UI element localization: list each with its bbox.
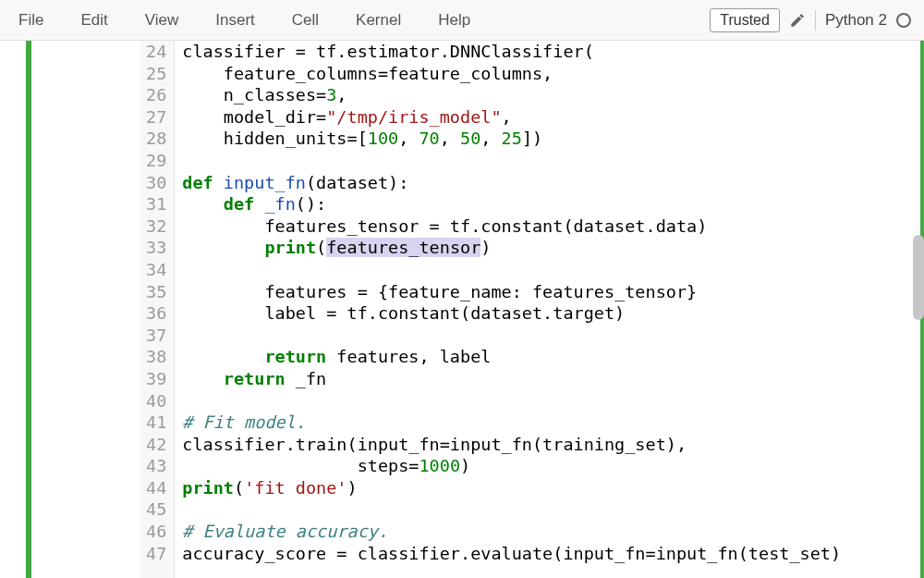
line-number: 27 [146, 106, 166, 129]
code-line[interactable]: print(features_tensor) [182, 237, 920, 259]
code-line[interactable]: return features, label [182, 346, 920, 368]
line-number: 28 [146, 128, 166, 150]
kernel-status-icon[interactable] [896, 13, 911, 28]
code-line[interactable]: accuracy_score = classifier.evaluate(inp… [182, 543, 920, 565]
code-line[interactable]: classifier = tf.estimator.DNNClassifier( [182, 41, 920, 63]
line-number: 31 [146, 193, 166, 215]
menu-items: File Edit View Insert Cell Kernel Help [7, 2, 489, 39]
code-content[interactable]: classifier = tf.estimator.DNNClassifier(… [175, 41, 920, 578]
line-number: 33 [146, 237, 166, 259]
menu-kernel[interactable]: Kernel [337, 2, 419, 39]
code-line[interactable]: feature_columns=feature_columns, [182, 63, 920, 85]
line-number: 30 [146, 172, 166, 194]
line-number: 44 [146, 477, 166, 499]
code-line[interactable]: # Fit model. [182, 412, 920, 434]
line-number: 45 [146, 498, 166, 521]
code-line[interactable]: features_tensor = tf.constant(dataset.da… [182, 215, 920, 238]
code-line[interactable]: model_dir="/tmp/iris_model", [182, 106, 920, 129]
code-line[interactable]: steps=1000) [182, 455, 920, 477]
line-number: 25 [146, 63, 166, 85]
line-number: 41 [146, 412, 166, 434]
menubar: File Edit View Insert Cell Kernel Help T… [0, 0, 924, 41]
code-line[interactable]: features = {feature_name: features_tenso… [182, 281, 920, 303]
line-number: 34 [146, 259, 166, 281]
menu-cell[interactable]: Cell [274, 2, 337, 39]
line-number: 35 [146, 281, 166, 303]
line-number: 37 [146, 325, 166, 347]
code-line[interactable]: def input_fn(dataset): [182, 172, 920, 194]
menu-insert[interactable]: Insert [197, 2, 274, 39]
code-line[interactable] [182, 325, 920, 347]
line-number: 38 [146, 346, 166, 368]
kernel-label[interactable]: Python 2 [825, 11, 887, 30]
line-number: 32 [146, 215, 166, 238]
trusted-badge[interactable]: Trusted [710, 8, 780, 32]
line-number: 40 [146, 390, 166, 412]
line-number-gutter: 2425262728293031323334353637383940414243… [140, 41, 175, 578]
edit-icon[interactable] [789, 12, 806, 29]
code-line[interactable]: print('fit done') [182, 477, 920, 499]
code-line[interactable]: label = tf.constant(dataset.target) [182, 302, 920, 325]
line-number: 39 [146, 368, 166, 390]
line-number: 47 [146, 543, 166, 565]
menu-view[interactable]: View [127, 2, 198, 39]
menu-help[interactable]: Help [419, 2, 489, 39]
line-number: 24 [146, 41, 166, 63]
code-line[interactable] [182, 498, 920, 521]
scrollbar-thumb[interactable] [913, 235, 924, 320]
menu-edit[interactable]: Edit [62, 2, 126, 39]
menu-file[interactable]: File [7, 2, 62, 39]
line-number: 46 [146, 521, 166, 543]
code-block[interactable]: 2425262728293031323334353637383940414243… [140, 41, 924, 578]
code-line[interactable]: return _fn [182, 368, 920, 390]
code-line[interactable] [182, 390, 920, 412]
code-line[interactable]: # Evaluate accuracy. [182, 521, 920, 543]
line-number: 29 [146, 150, 166, 172]
divider [815, 10, 816, 31]
code-line[interactable]: n_classes=3, [182, 84, 920, 106]
toolbar-right: Trusted Python 2 [710, 8, 917, 32]
line-number: 42 [146, 434, 166, 456]
code-line[interactable] [182, 150, 920, 172]
line-number: 36 [146, 302, 166, 325]
notebook-area: 2425262728293031323334353637383940414243… [0, 41, 924, 578]
line-number: 26 [146, 84, 166, 106]
code-cell[interactable]: 2425262728293031323334353637383940414243… [0, 41, 924, 578]
code-line[interactable]: def _fn(): [182, 193, 920, 215]
line-number: 43 [146, 455, 166, 477]
code-line[interactable] [182, 259, 920, 281]
code-line[interactable]: hidden_units=[100, 70, 50, 25]) [182, 128, 920, 150]
code-line[interactable]: classifier.train(input_fn=input_fn(train… [182, 434, 920, 456]
cell-select-bar [26, 41, 31, 578]
